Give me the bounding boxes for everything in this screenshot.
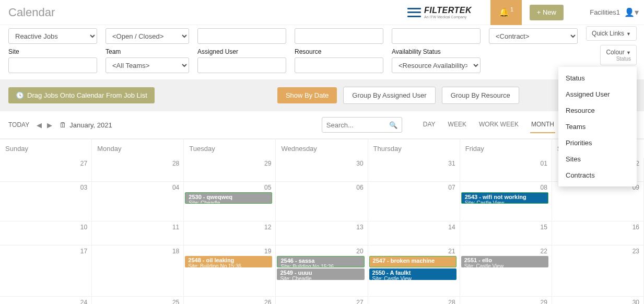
- calendar-cell[interactable]: 202546 - sassaSite: Building No 15:36254…: [276, 245, 368, 297]
- calendar-cell[interactable]: 18: [92, 245, 184, 297]
- calendar-cell[interactable]: 30: [552, 297, 644, 304]
- calendar-cell[interactable]: 25: [92, 297, 184, 304]
- calendar-event[interactable]: 2546 - sassaSite: Building No 15:36: [277, 256, 364, 267]
- calendar-cell[interactable]: 09: [552, 182, 644, 221]
- calendar-cell[interactable]: 12: [184, 221, 276, 245]
- view-tab-day[interactable]: DAY: [422, 116, 437, 133]
- dropdown-item-resource[interactable]: Resource: [558, 102, 637, 119]
- colour-button[interactable]: Colour ▼Status: [600, 45, 637, 65]
- day-number: 26: [185, 298, 272, 304]
- calendar-cell[interactable]: 24: [0, 297, 92, 304]
- today-button[interactable]: TODAY: [8, 121, 29, 128]
- filter-status[interactable]: <Open / Closed>: [106, 28, 189, 44]
- day-number: 27: [1, 159, 88, 167]
- calendar-cell[interactable]: 03: [0, 182, 92, 221]
- calendar-event[interactable]: 2551 - elloSite: Castle View: [461, 256, 548, 267]
- calendar-cell[interactable]: 31: [368, 158, 460, 182]
- next-arrow-icon[interactable]: ▶: [47, 121, 52, 129]
- calendar-cell[interactable]: 27: [276, 297, 368, 304]
- view-tab-work-week[interactable]: WORK WEEK: [478, 116, 520, 133]
- label-availability: Availability Status: [392, 48, 481, 55]
- view-tab-week[interactable]: WEEK: [447, 116, 467, 133]
- day-header: Monday: [92, 139, 184, 158]
- user-avatar-icon[interactable]: 👤▾: [624, 7, 639, 17]
- calendar-cell[interactable]: 23: [552, 245, 644, 297]
- label-site: Site: [8, 48, 97, 55]
- calendar-cell[interactable]: 28: [368, 297, 460, 304]
- calendar-cell[interactable]: 29: [184, 158, 276, 182]
- search-icon[interactable]: 🔍: [385, 121, 402, 129]
- filter-assigned-user[interactable]: [197, 57, 286, 73]
- day-number: 30: [277, 159, 364, 167]
- group-by-user-button[interactable]: Group By Assigned User: [343, 87, 435, 104]
- dropdown-item-status[interactable]: Status: [558, 70, 637, 86]
- dropdown-item-teams[interactable]: Teams: [558, 119, 637, 135]
- day-header: Wednesday: [276, 139, 368, 158]
- day-number: 19: [185, 247, 272, 255]
- new-button[interactable]: + New: [530, 5, 564, 20]
- calendar-cell[interactable]: 16: [552, 221, 644, 245]
- current-month[interactable]: January, 2021: [69, 121, 112, 129]
- calendar-icon[interactable]: 🗓: [60, 121, 66, 129]
- dropdown-item-priorities[interactable]: Priorities: [558, 135, 637, 151]
- calendar-cell[interactable]: 082543 - wifi not workingSite: Castle Vi…: [460, 182, 552, 221]
- calendar-cell[interactable]: 13: [276, 221, 368, 245]
- calendar-cell[interactable]: 14: [368, 221, 460, 245]
- filter-job-type[interactable]: Reactive Jobs: [8, 28, 97, 44]
- filter-contract[interactable]: <Contract>: [489, 28, 578, 44]
- day-number: 30: [553, 298, 640, 304]
- prev-arrow-icon[interactable]: ◀: [37, 121, 42, 129]
- filter-blank3[interactable]: [392, 28, 481, 44]
- calendar-cell[interactable]: 222551 - elloSite: Castle View: [460, 245, 552, 297]
- day-number: 04: [93, 183, 180, 191]
- calendar-cell[interactable]: 212547 - broken machine2550 - A faulktSi…: [368, 245, 460, 297]
- calendar-cell[interactable]: 17: [0, 245, 92, 297]
- calendar-cell[interactable]: 15: [460, 221, 552, 245]
- view-tab-month[interactable]: MONTH: [530, 116, 555, 133]
- filter-blank2[interactable]: [295, 28, 383, 44]
- day-number: 18: [93, 247, 180, 255]
- search-input[interactable]: [322, 121, 385, 129]
- calendar-cell[interactable]: 11: [92, 221, 184, 245]
- quick-links-button[interactable]: Quick Links▼: [586, 26, 637, 41]
- calendar-event[interactable]: 2548 - oil leakingSite: Building No 15:3…: [185, 256, 272, 267]
- day-number: 27: [277, 298, 364, 304]
- calendar-cell[interactable]: 01: [460, 158, 552, 182]
- calendar-event[interactable]: 2547 - broken machine: [369, 256, 456, 267]
- day-number: 20: [277, 247, 364, 255]
- show-by-date-button[interactable]: Show By Date: [277, 87, 337, 103]
- dropdown-item-contracts[interactable]: Contracts: [558, 167, 637, 183]
- label-assigned: Assigned User: [197, 48, 286, 55]
- user-label[interactable]: Facilities1: [590, 8, 620, 16]
- dropdown-item-sites[interactable]: Sites: [558, 151, 637, 167]
- filter-resource[interactable]: [295, 57, 383, 73]
- calendar-event[interactable]: 2549 - uuuuSite: Cheadle: [277, 268, 364, 280]
- calendar-cell[interactable]: 27: [0, 158, 92, 182]
- colour-dropdown: Status Assigned User Resource Teams Prio…: [558, 67, 637, 186]
- calendar-cell[interactable]: 262545 - test jobSite: Building No 15:36: [184, 297, 276, 304]
- calendar-cell[interactable]: 30: [276, 158, 368, 182]
- filter-availability[interactable]: <Resource Availability>: [392, 57, 481, 73]
- dropdown-item-assigned-user[interactable]: Assigned User: [558, 86, 637, 102]
- day-header: Friday: [460, 139, 552, 158]
- calendar-event[interactable]: 2543 - wifi not workingSite: Castle View: [461, 192, 548, 204]
- calendar-event[interactable]: 2530 - qweqweqSite: Cheadle: [185, 192, 272, 204]
- calendar-cell[interactable]: 07: [368, 182, 460, 221]
- calendar-cell[interactable]: 10: [0, 221, 92, 245]
- group-by-resource-button[interactable]: Group By Resource: [442, 87, 519, 104]
- filter-blank1[interactable]: [197, 28, 286, 44]
- calendar-cell[interactable]: 04: [92, 182, 184, 221]
- search-box[interactable]: 🔍: [322, 117, 402, 133]
- calendar-cell[interactable]: 192548 - oil leakingSite: Building No 15…: [184, 245, 276, 297]
- calendar-cell[interactable]: 06: [276, 182, 368, 221]
- calendar-cell[interactable]: 29: [460, 297, 552, 304]
- day-number: 28: [93, 159, 180, 167]
- day-number: 08: [461, 183, 548, 191]
- calendar-cell[interactable]: 052530 - qweqweqSite: Cheadle: [184, 182, 276, 221]
- page-title: Calendar: [8, 6, 55, 19]
- calendar-event[interactable]: 2550 - A faulktSite: Castle View: [369, 268, 456, 280]
- notifications-bell[interactable]: 🔔1: [490, 0, 522, 25]
- filter-team[interactable]: <All Teams>: [106, 57, 189, 73]
- filter-site[interactable]: [8, 57, 97, 73]
- calendar-cell[interactable]: 28: [92, 158, 184, 182]
